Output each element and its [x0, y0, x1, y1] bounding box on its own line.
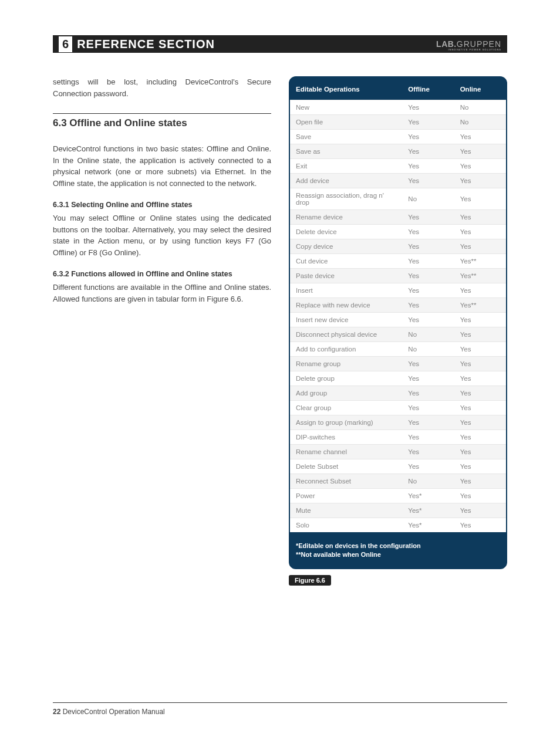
- right-column: Editable Operations Offline Online NewYe…: [289, 76, 507, 586]
- cell-operation: Paste device: [290, 269, 402, 283]
- table-row: DIP-switchesYesYes: [290, 430, 506, 445]
- cell-operation: Add to configuration: [290, 342, 402, 357]
- cell-operation: Clear group: [290, 401, 402, 415]
- cell-online: Yes: [454, 503, 506, 518]
- table-header-operations: Editable Operations: [290, 77, 402, 100]
- cell-online: Yes: [454, 174, 506, 188]
- section-6-3-2-body: Different functions are available in the…: [53, 282, 271, 305]
- cell-offline: No: [402, 188, 454, 210]
- cell-operation: Assign to group (marking): [290, 415, 402, 430]
- manual-title: DeviceControl Operation Manual: [60, 708, 164, 716]
- cell-online: Yes**: [454, 298, 506, 313]
- cell-online: Yes: [454, 371, 506, 386]
- table-row: Delete deviceYesYes: [290, 225, 506, 239]
- cell-operation: DIP-switches: [290, 430, 402, 445]
- cell-online: Yes: [454, 188, 506, 210]
- cell-offline: Yes*: [402, 503, 454, 518]
- table-row: Reconnect SubsetNoYes: [290, 474, 506, 489]
- cell-online: Yes: [454, 430, 506, 445]
- cell-offline: Yes: [402, 130, 454, 144]
- cell-online: Yes: [454, 386, 506, 401]
- cell-offline: Yes*: [402, 518, 454, 533]
- cell-operation: Delete Subset: [290, 459, 402, 474]
- cell-operation: Rename device: [290, 210, 402, 225]
- cell-operation: Reconnect Subset: [290, 474, 402, 489]
- table-row: NewYesNo: [290, 100, 506, 115]
- table-row: Paste deviceYesYes**: [290, 269, 506, 283]
- cell-operation: Replace with new device: [290, 298, 402, 313]
- table-row: Assign to group (marking)YesYes: [290, 415, 506, 430]
- table-row: Rename groupYesYes: [290, 357, 506, 371]
- figure-label: Figure 6.6: [289, 575, 331, 586]
- cell-online: Yes: [454, 225, 506, 239]
- section-6-3-1-body: You may select Offline or Online states …: [53, 212, 271, 258]
- cell-operation: Power: [290, 489, 402, 503]
- page-footer: 22 DeviceControl Operation Manual: [53, 702, 507, 716]
- cell-online: Yes: [454, 327, 506, 342]
- section-6-3-body: DeviceControl functions in two basic sta…: [53, 143, 271, 189]
- section-6-3-1-heading: 6.3.1 Selecting Online and Offline state…: [53, 201, 271, 209]
- table-row: Clear groupYesYes: [290, 401, 506, 415]
- cell-operation: Delete device: [290, 225, 402, 239]
- table-row: ExitYesYes: [290, 159, 506, 174]
- brand-logo: LAB.GRUPPEN INNOVATIVE POWER SOLUTIONS: [436, 39, 501, 49]
- cell-online: Yes: [454, 401, 506, 415]
- cell-operation: Save: [290, 130, 402, 144]
- cell-operation: Insert: [290, 283, 402, 298]
- table-header-offline: Offline: [402, 77, 454, 100]
- intro-paragraph: settings will be lost, including DeviceC…: [53, 76, 271, 99]
- cell-offline: Yes: [402, 386, 454, 401]
- cell-offline: Yes: [402, 159, 454, 174]
- table-row: Replace with new deviceYesYes**: [290, 298, 506, 313]
- cell-offline: Yes: [402, 239, 454, 254]
- cell-offline: Yes: [402, 371, 454, 386]
- cell-operation: Open file: [290, 115, 402, 130]
- section-number: 6: [59, 36, 72, 52]
- cell-offline: Yes: [402, 269, 454, 283]
- table-row: PowerYes*Yes: [290, 489, 506, 503]
- cell-offline: Yes: [402, 210, 454, 225]
- page-header: 6 REFERENCE SECTION LAB.GRUPPEN INNOVATI…: [53, 35, 507, 53]
- cell-online: Yes: [454, 357, 506, 371]
- cell-operation: Disconnect physical device: [290, 327, 402, 342]
- cell-offline: Yes: [402, 445, 454, 459]
- cell-operation: Solo: [290, 518, 402, 533]
- cell-offline: Yes: [402, 115, 454, 130]
- cell-offline: Yes: [402, 254, 454, 269]
- cell-online: Yes: [454, 210, 506, 225]
- cell-operation: Insert new device: [290, 313, 402, 327]
- cell-offline: Yes: [402, 401, 454, 415]
- section-6-3-heading: 6.3 Offline and Online states: [53, 113, 271, 129]
- operations-table: Editable Operations Offline Online NewYe…: [290, 77, 506, 532]
- table-row: Rename deviceYesYes: [290, 210, 506, 225]
- cell-operation: Cut device: [290, 254, 402, 269]
- page-number: 22: [53, 708, 60, 716]
- cell-offline: Yes: [402, 283, 454, 298]
- cell-offline: Yes: [402, 225, 454, 239]
- left-column: settings will be lost, including DeviceC…: [53, 76, 271, 586]
- table-row: Save asYesYes: [290, 144, 506, 159]
- cell-offline: Yes: [402, 415, 454, 430]
- table-row: Add groupYesYes: [290, 386, 506, 401]
- section-6-3-2-heading: 6.3.2 Functions allowed in Offline and O…: [53, 270, 271, 278]
- cell-offline: Yes: [402, 298, 454, 313]
- table-row: Insert new deviceYesYes: [290, 313, 506, 327]
- cell-offline: Yes*: [402, 489, 454, 503]
- cell-offline: No: [402, 342, 454, 357]
- cell-online: No: [454, 115, 506, 130]
- cell-operation: Add group: [290, 386, 402, 401]
- cell-online: Yes: [454, 518, 506, 533]
- section-title: REFERENCE SECTION: [77, 38, 215, 51]
- table-row: MuteYes*Yes: [290, 503, 506, 518]
- table-row: Delete groupYesYes: [290, 371, 506, 386]
- operations-table-box: Editable Operations Offline Online NewYe…: [289, 76, 507, 569]
- cell-online: Yes: [454, 342, 506, 357]
- cell-operation: Mute: [290, 503, 402, 518]
- cell-offline: Yes: [402, 100, 454, 115]
- cell-online: Yes: [454, 313, 506, 327]
- cell-operation: Add device: [290, 174, 402, 188]
- cell-offline: No: [402, 474, 454, 489]
- table-row: Add deviceYesYes: [290, 174, 506, 188]
- cell-online: Yes: [454, 239, 506, 254]
- cell-operation: New: [290, 100, 402, 115]
